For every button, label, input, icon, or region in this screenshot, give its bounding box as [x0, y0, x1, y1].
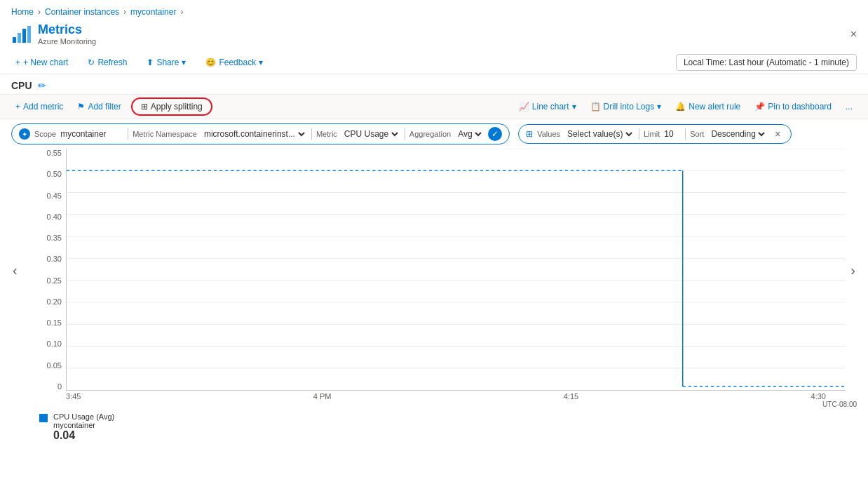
- pin-icon: 📌: [754, 102, 765, 112]
- svg-rect-1: [18, 33, 21, 43]
- legend-metric-name: CPU Usage (Avg): [53, 412, 114, 421]
- time-range-selector[interactable]: Local Time: Last hour (Automatic - 1 min…: [676, 54, 857, 71]
- legend-color-swatch: [39, 414, 48, 422]
- breadcrumb-container-instances[interactable]: Container instances: [45, 7, 119, 17]
- add-metric-icon: +: [15, 102, 20, 112]
- splitting-close-button[interactable]: ×: [771, 128, 784, 140]
- feedback-icon: 😊: [205, 58, 216, 67]
- more-options-button[interactable]: ...: [841, 100, 857, 114]
- metrics-icon: [11, 25, 31, 44]
- share-button[interactable]: ⬆ Share ▾: [142, 55, 190, 70]
- namespace-label: Metric Namespace: [133, 130, 197, 138]
- new-alert-rule-button[interactable]: 🔔 New alert rule: [671, 100, 745, 114]
- alert-icon: 🔔: [675, 102, 686, 112]
- svg-rect-0: [13, 37, 16, 43]
- share-icon: ⬆: [147, 58, 154, 67]
- new-chart-icon: +: [15, 58, 20, 67]
- sort-label: Sort: [690, 130, 704, 138]
- y-axis-labels: 0.55 0.50 0.45 0.40 0.35 0.30 0.25 0.20 …: [39, 149, 66, 391]
- controls-bar: + Add metric ⚑ Add filter ⊞ Apply splitt…: [0, 94, 868, 119]
- values-label: Values: [537, 130, 560, 138]
- values-select[interactable]: Select value(s): [564, 128, 635, 140]
- line-chart-button[interactable]: 📈 Line chart ▾: [515, 100, 581, 114]
- drill-logs-chevron-icon: ▾: [657, 102, 661, 112]
- chart-svg: [67, 149, 846, 390]
- page-header: Metrics Azure Monitoring ×: [0, 20, 868, 51]
- legend-current-value: 0.04: [53, 429, 114, 442]
- metric-selector-group: ✦ Scope Metric Namespace microsoft.conta…: [11, 123, 510, 144]
- scope-label: Scope: [34, 130, 56, 138]
- new-chart-button[interactable]: + + New chart: [11, 55, 72, 70]
- x-axis-labels: 3:45 4 PM 4:15 4:30: [0, 391, 868, 401]
- more-icon: ...: [846, 102, 853, 112]
- edit-chart-icon[interactable]: ✏: [38, 80, 46, 91]
- line-chart-chevron-icon: ▾: [572, 102, 576, 112]
- metric-select[interactable]: CPU Usage: [341, 128, 400, 140]
- line-chart-icon: 📈: [519, 102, 529, 112]
- add-metric-button[interactable]: + Add metric: [11, 99, 67, 114]
- feedback-button[interactable]: 😊 Feedback ▾: [201, 55, 267, 70]
- page-subtitle: Azure Monitoring: [38, 37, 96, 46]
- refresh-icon: ↻: [88, 58, 95, 67]
- aggregation-label: Aggregation: [409, 130, 451, 138]
- pin-to-dashboard-button[interactable]: 📌 Pin to dashboard: [750, 100, 836, 114]
- splitting-group: ⊞ Values Select value(s) Limit Sort Desc…: [518, 124, 792, 144]
- svg-rect-3: [27, 26, 31, 43]
- close-button[interactable]: ×: [850, 28, 857, 41]
- metric-check-indicator: ✦: [19, 128, 30, 140]
- drill-logs-icon: 📋: [590, 102, 601, 112]
- sort-select[interactable]: Descending: [708, 128, 767, 140]
- feedback-chevron-icon: ▾: [259, 58, 263, 67]
- chart-title: CPU: [11, 80, 32, 91]
- apply-splitting-button[interactable]: ⊞ Apply splitting: [131, 97, 212, 116]
- metric-row: ✦ Scope Metric Namespace microsoft.conta…: [0, 119, 868, 149]
- page-title: Metrics: [38, 22, 96, 37]
- aggregation-select[interactable]: Avg: [455, 128, 484, 140]
- utc-label: UTC-08:00: [0, 401, 868, 408]
- refresh-button[interactable]: ↻ Refresh: [83, 55, 131, 70]
- breadcrumb: Home › Container instances › mycontainer…: [0, 0, 868, 20]
- breadcrumb-home[interactable]: Home: [11, 7, 34, 17]
- splitting-icon: ⊞: [141, 102, 148, 112]
- svg-rect-2: [22, 29, 26, 43]
- metric-done-button[interactable]: ✓: [488, 127, 502, 141]
- main-toolbar: + + New chart ↻ Refresh ⬆ Share ▾ 😊 Feed…: [0, 51, 868, 74]
- breadcrumb-mycontainer[interactable]: mycontainer: [130, 7, 176, 17]
- limit-label: Limit: [644, 130, 660, 138]
- filter-icon: ⚑: [77, 102, 85, 112]
- metric-label: Metric: [316, 130, 337, 138]
- chart-legend: CPU Usage (Avg) mycontainer 0.04: [0, 408, 868, 446]
- chart-prev-button[interactable]: ‹: [13, 262, 18, 278]
- add-filter-button[interactable]: ⚑ Add filter: [73, 99, 125, 114]
- legend-resource-name: mycontainer: [53, 421, 114, 429]
- chart-area: [66, 149, 846, 391]
- namespace-select[interactable]: microsoft.containerinst...: [201, 128, 307, 140]
- limit-input[interactable]: [664, 129, 681, 139]
- chart-next-button[interactable]: ›: [850, 262, 855, 278]
- drill-into-logs-button[interactable]: 📋 Drill into Logs ▾: [586, 100, 666, 114]
- scope-input[interactable]: [60, 129, 123, 139]
- splitting-group-icon: ⊞: [526, 129, 533, 139]
- chart-label-bar: CPU ✏: [0, 74, 868, 94]
- share-chevron-icon: ▾: [182, 58, 186, 67]
